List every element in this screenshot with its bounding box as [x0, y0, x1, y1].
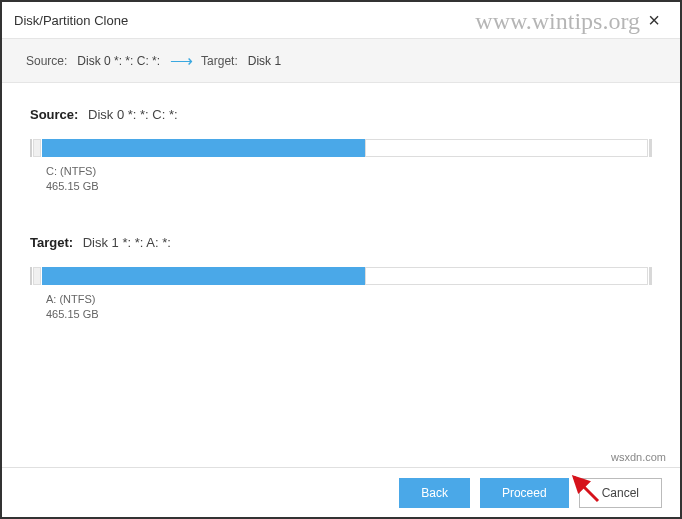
- proceed-button[interactable]: Proceed: [480, 478, 569, 508]
- partition-free: [365, 267, 648, 285]
- partition-reserved-icon: [30, 139, 32, 157]
- partition-lead-icon: [33, 267, 41, 285]
- footer-buttons: Back Proceed Cancel: [2, 467, 680, 517]
- titlebar: Disk/Partition Clone ×: [2, 2, 680, 38]
- source-label: Source:: [30, 107, 78, 122]
- target-label: Target:: [30, 235, 73, 250]
- partition-free: [365, 139, 648, 157]
- target-section: Target: Disk 1 *: *: A: *: A: (NTFS) 465…: [30, 235, 652, 323]
- partition-tail-icon: [649, 139, 652, 157]
- source-partition-bar[interactable]: [30, 138, 652, 158]
- target-header: Target: Disk 1 *: *: A: *:: [30, 235, 652, 250]
- target-partition-info: A: (NTFS) 465.15 GB: [46, 292, 652, 323]
- partition-used: [42, 139, 365, 157]
- summary-target-label: Target:: [201, 54, 238, 68]
- source-header: Source: Disk 0 *: *: C: *:: [30, 107, 652, 122]
- partition-used: [42, 267, 365, 285]
- source-partition-name: C: (NTFS): [46, 164, 652, 179]
- target-partition-size: 465.15 GB: [46, 307, 652, 322]
- partition-lead-icon: [33, 139, 41, 157]
- source-partition-info: C: (NTFS) 465.15 GB: [46, 164, 652, 195]
- arrow-right-icon: ⟶: [170, 51, 191, 70]
- partition-tail-icon: [649, 267, 652, 285]
- source-disk-name: Disk 0 *: *: C: *:: [88, 107, 178, 122]
- summary-bar: Source: Disk 0 *: *: C: *: ⟶ Target: Dis…: [2, 38, 680, 83]
- target-partition-bar[interactable]: [30, 266, 652, 286]
- source-partition-size: 465.15 GB: [46, 179, 652, 194]
- source-section: Source: Disk 0 *: *: C: *: C: (NTFS) 465…: [30, 107, 652, 195]
- summary-source-value: Disk 0 *: *: C: *:: [77, 54, 160, 68]
- partition-reserved-icon: [30, 267, 32, 285]
- content-area: Source: Disk 0 *: *: C: *: C: (NTFS) 465…: [2, 83, 680, 323]
- target-partition-name: A: (NTFS): [46, 292, 652, 307]
- back-button[interactable]: Back: [399, 478, 470, 508]
- close-icon[interactable]: ×: [640, 9, 668, 32]
- dialog-title: Disk/Partition Clone: [14, 13, 128, 28]
- cancel-button[interactable]: Cancel: [579, 478, 662, 508]
- watermark-bottom: wsxdn.com: [611, 451, 666, 463]
- target-disk-name: Disk 1 *: *: A: *:: [83, 235, 171, 250]
- summary-target-value: Disk 1: [248, 54, 281, 68]
- summary-source-label: Source:: [26, 54, 67, 68]
